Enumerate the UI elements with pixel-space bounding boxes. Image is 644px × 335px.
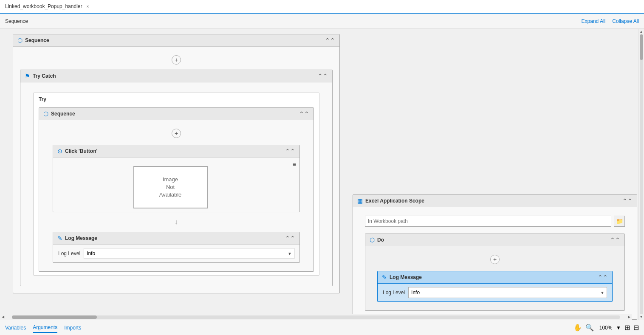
inner-sequence-body: + ⊙ Click 'Button' — [39, 120, 314, 271]
excel-scope-header: ▦ Excel Application Scope ⌃⌃ — [353, 195, 637, 207]
try-label: Try — [34, 93, 319, 104]
scrollbar-thumb-h[interactable] — [12, 315, 97, 319]
zoom-dropdown-btn[interactable]: ▼ — [616, 325, 621, 331]
hamburger-btn[interactable]: ≡ — [293, 161, 296, 168]
log-level-select-wrapper-right: Fatal Error Warn Info Debug Trace ▼ — [408, 287, 607, 298]
log-message-icon-right: ✎ — [382, 274, 387, 281]
try-catch-title: Try Catch — [33, 73, 56, 79]
log-message-node-left: ✎ Log Message ⌃⌃ Log Level — [53, 232, 300, 263]
scrollbar-track-h — [12, 315, 620, 319]
log-message-title-left: Log Message — [65, 235, 97, 241]
do-title: Do — [377, 237, 384, 243]
scrollbar-right-btn[interactable]: ▶ — [626, 315, 632, 319]
add-btn-row-top: + — [20, 52, 333, 68]
inner-sequence-collapse-btn[interactable]: ⌃⌃ — [299, 110, 309, 117]
scrollbar-up-btn[interactable]: ▲ — [640, 30, 643, 34]
click-button-header: ⊙ Click 'Button' ⌃⌃ — [53, 145, 299, 158]
outer-sequence-body: + ⚑ Try Catch ⌃⌃ — [13, 47, 339, 293]
sequence-icon: ⬡ — [17, 37, 23, 44]
outer-sequence-title: Sequence — [25, 37, 49, 43]
try-catch-header: ⚑ Try Catch ⌃⌃ — [20, 70, 332, 82]
click-button-title: Click 'Button' — [65, 148, 97, 154]
log-body-right: Log Level Fatal Error Warn Info Debug — [378, 284, 612, 301]
inner-sequence-node: ⬡ Sequence ⌃⌃ + — [39, 107, 314, 272]
scrollbar-v[interactable]: ▲ ▼ — [638, 29, 644, 320]
log-body-left: Log Level Fatal Error Warn Info — [53, 245, 299, 262]
breadcrumb: Sequence — [5, 18, 28, 24]
bottom-tabs: Variables Arguments Imports — [5, 323, 81, 333]
do-icon: ⬡ — [370, 236, 375, 243]
flow-arrow: ↓ — [46, 216, 307, 228]
image-not-available: ImageNotAvailable — [133, 166, 208, 208]
inner-sequence-icon: ⬡ — [43, 110, 48, 117]
try-catch-icon: ⚑ — [25, 73, 30, 79]
fit-all-icon[interactable]: ⊞ — [624, 324, 630, 332]
do-collapse-btn[interactable]: ⌃⌃ — [610, 236, 620, 243]
outer-sequence-header: ⬡ Sequence ⌃⌃ — [13, 34, 339, 47]
try-section: Try ⬡ Sequence ⌃⌃ — [33, 93, 319, 276]
workflow-canvas: ⬡ Sequence ⌃⌃ + ⚑ Try — [0, 29, 633, 320]
tab-close-btn[interactable]: × — [85, 3, 90, 10]
expand-all-btn[interactable]: Expand All — [582, 18, 606, 24]
excel-scope-node: ▦ Excel Application Scope ⌃⌃ 📁 — [353, 194, 637, 320]
log-message-node-right: ✎ Log Message ⌃⌃ Log Level Fa — [377, 271, 613, 302]
folder-btn[interactable]: 📁 — [614, 216, 625, 227]
add-btn-do[interactable]: + — [490, 255, 500, 264]
variables-tab[interactable]: Variables — [5, 323, 26, 333]
inner-sequence-header: ⬡ Sequence ⌃⌃ — [39, 108, 314, 120]
title-bar: Linked_workbook_Popup_handler × — [0, 0, 644, 14]
excel-scope-title: Excel Application Scope — [365, 198, 424, 204]
log-level-select-wrapper-left: Fatal Error Warn Info Debug Trace — [84, 248, 294, 259]
try-catch-body: Try ⬡ Sequence ⌃⌃ — [20, 82, 332, 286]
zoom-control: 100% ▼ — [597, 325, 621, 331]
canvas-scroll: ⬡ Sequence ⌃⌃ + ⚑ Try — [0, 29, 638, 320]
add-btn-inner[interactable]: + — [172, 129, 181, 138]
scrollbar-thumb-v[interactable] — [640, 34, 643, 60]
imports-tab[interactable]: Imports — [64, 323, 81, 333]
log-level-select-right[interactable]: Fatal Error Warn Info Debug Trace — [408, 287, 607, 298]
toolbar-actions: Expand All Collapse All — [582, 18, 639, 24]
arguments-tab[interactable]: Arguments — [33, 323, 57, 333]
do-body: + ✎ Log Message ⌃⌃ — [365, 246, 624, 310]
try-catch-node: ⚑ Try Catch ⌃⌃ Try — [20, 70, 333, 286]
log-message-header-left: ✎ Log Message ⌃⌃ — [53, 232, 299, 245]
log-message-header-right: ✎ Log Message ⌃⌃ — [378, 271, 612, 284]
outer-sequence-collapse-btn[interactable]: ⌃⌃ — [325, 37, 335, 44]
click-node-body: ≡ ImageNotAvailable — [53, 158, 299, 212]
scrollbar-track-v — [640, 34, 643, 314]
try-catch-collapse-btn[interactable]: ⌃⌃ — [318, 73, 328, 79]
excel-scope-collapse-btn[interactable]: ⌃⌃ — [622, 197, 633, 204]
do-section: ⬡ Do ⌃⌃ + — [365, 234, 625, 311]
zoom-value: 100% — [597, 325, 614, 331]
hand-icon[interactable]: ✋ — [573, 324, 582, 332]
click-button-icon: ⊙ — [57, 148, 62, 155]
workbook-input-row: 📁 — [360, 212, 630, 230]
log-message-title-right: Log Message — [390, 274, 422, 280]
canvas-area: ⬡ Sequence ⌃⌃ + ⚑ Try — [0, 29, 644, 320]
click-button-node: ⊙ Click 'Button' ⌃⌃ ≡ ImageNotA — [53, 145, 300, 212]
collapse-all-btn[interactable]: Collapse All — [612, 18, 639, 24]
add-btn-top[interactable]: + — [172, 55, 181, 65]
log-message-collapse-btn-left[interactable]: ⌃⌃ — [285, 235, 295, 242]
log-message-collapse-btn-right[interactable]: ⌃⌃ — [598, 274, 608, 281]
scrollbar-down-btn[interactable]: ▼ — [640, 315, 643, 319]
excel-scope-body: 📁 ⬡ Do ⌃⌃ — [353, 207, 637, 319]
fit-page-icon[interactable]: ⊟ — [633, 324, 639, 332]
inner-sequence-title: Sequence — [51, 111, 75, 117]
magnifier-icon[interactable]: 🔍 — [585, 324, 594, 332]
log-message-icon-left: ✎ — [57, 235, 62, 242]
log-level-label-left: Log Level — [58, 251, 80, 256]
do-header: ⬡ Do ⌃⌃ — [365, 234, 624, 246]
outer-sequence-node: ⬡ Sequence ⌃⌃ + ⚑ Try — [13, 34, 340, 293]
active-tab[interactable]: Linked_workbook_Popup_handler × — [0, 0, 95, 13]
bottom-right: ✋ 🔍 100% ▼ ⊞ ⊟ — [573, 324, 639, 332]
click-button-collapse-btn[interactable]: ⌃⌃ — [285, 148, 295, 155]
workbook-path-input[interactable] — [365, 216, 611, 227]
log-level-select-left[interactable]: Fatal Error Warn Info Debug Trace — [84, 248, 294, 259]
excel-icon: ▦ — [357, 197, 363, 204]
scrollbar-h[interactable]: ◀ ▶ — [0, 314, 632, 320]
log-level-label-right: Log Level — [383, 290, 405, 296]
tab-label: Linked_workbook_Popup_handler — [5, 3, 82, 9]
bottom-bar: Variables Arguments Imports ✋ 🔍 100% ▼ ⊞… — [0, 320, 644, 335]
scrollbar-left-btn[interactable]: ◀ — [0, 315, 6, 319]
